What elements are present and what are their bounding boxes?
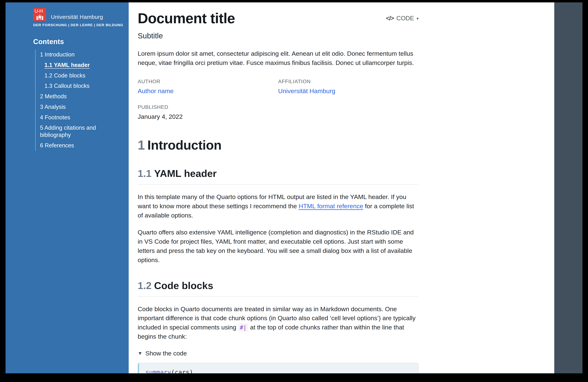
- section-heading-introduction: 1Introduction: [138, 138, 419, 153]
- affiliation-link[interactable]: Universität Hamburg: [278, 88, 335, 94]
- affiliation-block: AFFILIATION Universität Hamburg: [278, 79, 419, 95]
- code-function-token: summary: [146, 369, 171, 373]
- code-block: summary(cars): [138, 363, 419, 373]
- uhh-logo-mark: U-H: [33, 8, 46, 21]
- toc-item[interactable]: 4 Footnotes: [36, 112, 121, 123]
- section-number: 1: [138, 138, 145, 152]
- uhh-monogram: U-H: [35, 8, 43, 14]
- uhh-logo[interactable]: U-H Universität H: [33, 8, 121, 27]
- author-link[interactable]: Author name: [138, 88, 174, 94]
- section-number: 1.2: [138, 280, 151, 291]
- code-dropdown-button[interactable]: </> CODE ▾: [386, 15, 419, 22]
- toc-item[interactable]: 1 Introduction: [36, 49, 121, 60]
- caret-down-icon: ▾: [417, 16, 419, 21]
- collapse-triangle-icon: ▼: [138, 350, 143, 356]
- toc-item[interactable]: 2 Methods: [36, 91, 121, 102]
- toc-item[interactable]: 6 References: [36, 140, 121, 151]
- toc-title: Contents: [33, 38, 121, 46]
- paragraph: Quarto offers also extensive YAML intell…: [138, 228, 419, 265]
- code-button-label: CODE: [397, 15, 414, 22]
- published-label: PUBLISHED: [138, 104, 278, 110]
- page-title: Document title: [138, 11, 235, 26]
- abstract-paragraph: Lorem ipsum dolor sit amet, consectetur …: [138, 49, 419, 67]
- section-number: 1.1: [138, 168, 151, 179]
- author-block: AUTHOR Author name: [138, 79, 278, 95]
- show-code-label: Show the code: [146, 350, 187, 357]
- published-block: PUBLISHED January 4, 2022: [138, 104, 278, 120]
- subsection-heading-yaml-header: 1.1YAML header: [138, 168, 419, 185]
- author-label: AUTHOR: [138, 79, 278, 85]
- section-title: Introduction: [147, 138, 221, 152]
- institution-name: Universität Hamburg: [51, 14, 103, 21]
- text-link[interactable]: HTML format reference: [299, 202, 363, 209]
- title-meta-block: AUTHOR Author name AFFILIATION Universit…: [138, 79, 419, 120]
- toc-item[interactable]: 3 Analysis: [36, 102, 121, 112]
- published-date: January 4, 2022: [138, 113, 278, 120]
- show-code-toggle[interactable]: ▼ Show the code: [138, 350, 187, 357]
- toc-item[interactable]: 5 Adding citations and bibliography: [36, 123, 121, 140]
- desktop-background-strip: [554, 2, 583, 373]
- section-title: Code blocks: [154, 280, 213, 291]
- page-subtitle: Subtitle: [138, 32, 419, 40]
- affiliation-label: AFFILIATION: [278, 79, 419, 85]
- toc-item[interactable]: 1.1 YAML header: [36, 60, 121, 70]
- paragraph: Code blocks in Quarto documents are trea…: [138, 305, 419, 341]
- toc-item[interactable]: 1.3 Callout blocks: [36, 81, 121, 91]
- main-content: Document title </> CODE ▾ Subtitle Lorem…: [129, 2, 554, 373]
- code-icon: </>: [386, 15, 394, 22]
- logo-tagline: DER FORSCHUNG | DER LEHRE | DER BILDUNG: [33, 23, 121, 27]
- paragraph: In this template many of the Quarto opti…: [138, 192, 419, 220]
- toc-item[interactable]: 1.2 Code blocks: [36, 70, 121, 81]
- inline-code: #|: [238, 323, 248, 332]
- section-title: YAML header: [154, 168, 217, 179]
- sidebar: U-H Universität H: [5, 2, 129, 373]
- hamburg-castle-icon: [36, 14, 43, 20]
- subsection-heading-code-blocks: 1.2Code blocks: [138, 280, 419, 297]
- document-window: U-H Universität H: [5, 2, 583, 373]
- toc: 1 Introduction1.1 YAML header1.2 Code bl…: [35, 49, 121, 151]
